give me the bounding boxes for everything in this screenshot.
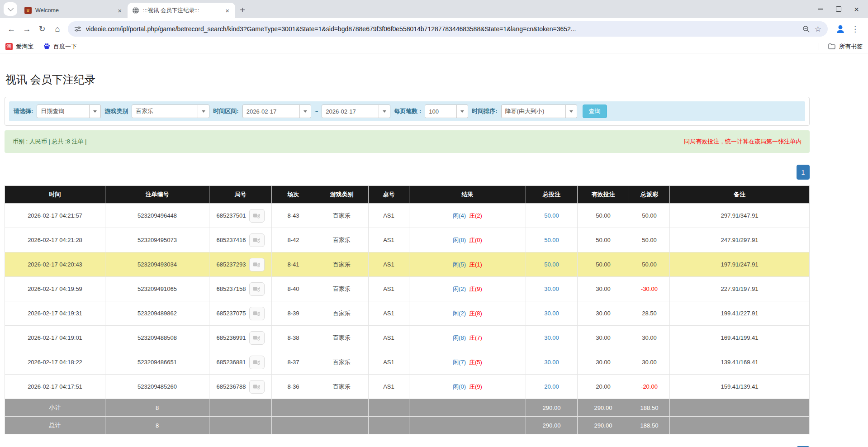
cell-bet-id: 523209488508 (105, 326, 209, 350)
sort-order-select[interactable]: 降幂(由大到小) (501, 105, 577, 118)
per-page-select[interactable]: 100 (425, 105, 468, 118)
bookmark-baidu[interactable]: 百度一下 (43, 43, 77, 51)
total-bet-link[interactable]: 30.00 (544, 285, 559, 292)
cell-valid-bet: 50.00 (578, 252, 629, 277)
result-banker: 庄(9) (469, 285, 482, 292)
tab-search-button[interactable] (4, 2, 17, 16)
result-banker: 庄(5) (469, 359, 482, 366)
tab-title: Welcome (35, 7, 113, 14)
date-to-picker[interactable]: 2026-02-17 (322, 105, 390, 118)
cell-time: 2026-02-17 04:17:51 (5, 375, 105, 399)
game-type-select[interactable]: 百家乐 (132, 105, 209, 118)
welcome-favicon-icon: ♛ (24, 7, 32, 14)
tab-bet-record[interactable]: :::视讯 会员下注纪录::: × (128, 3, 235, 18)
address-bar[interactable]: videoie.com/ipl/portal.php/game/betrecor… (68, 21, 828, 37)
cell-total-bet: 20.00 (526, 375, 578, 399)
column-header: 桌号 (369, 186, 409, 204)
cell-remark: 159.41/139.41 (670, 375, 810, 399)
totals-payout: 188.50 (629, 417, 670, 434)
video-replay-button[interactable] (249, 233, 265, 247)
close-window-button[interactable]: × (854, 5, 859, 14)
total-bet-link[interactable]: 50.00 (544, 212, 559, 219)
tab-title: :::视讯 会员下注纪录::: (143, 7, 220, 14)
summary-bar: 币别 : 人民币 | 总共 :8 注单 | 同局有效投注，统一计算在该局第一张注… (5, 130, 810, 153)
cell-empty (315, 399, 369, 417)
table-row: 2026-02-17 04:19:01523209488508685236991… (5, 326, 810, 350)
result-player: 闲(8) (453, 334, 466, 341)
currency-summary-text: 币别 : 人民币 | 总共 :8 注单 | (13, 138, 87, 146)
home-button[interactable]: ⌂ (50, 21, 65, 37)
cell-result: 闲(2)庄(9) (409, 277, 526, 301)
table-row: 2026-02-17 04:19:31523209489862685237075… (5, 301, 810, 326)
forward-button[interactable]: → (19, 21, 34, 37)
table-row: 2026-02-17 04:19:59523209491065685237158… (5, 277, 810, 301)
column-header: 有效投注 (578, 186, 629, 204)
cell-remark: 197.91/247.91 (670, 252, 810, 277)
cell-total-bet: 30.00 (526, 301, 578, 326)
browser-menu-icon[interactable]: ⋮ (849, 24, 864, 34)
dropdown-arrow-icon (198, 105, 209, 118)
video-replay-button[interactable] (249, 282, 265, 296)
video-replay-button[interactable] (249, 356, 265, 369)
total-bet-link[interactable]: 20.00 (544, 383, 559, 390)
cell-total-bet: 50.00 (526, 228, 578, 252)
cell-payout: 50.00 (629, 228, 670, 252)
total-bet-link[interactable]: 30.00 (544, 334, 559, 341)
totals-valid-bet: 290.00 (578, 417, 629, 434)
bookmark-taobao[interactable]: 淘 爱淘宝 (5, 43, 33, 51)
subtotal-row: 小计8290.00290.00188.50 (5, 399, 810, 417)
video-replay-button[interactable] (249, 331, 265, 345)
per-page-label: 每页笔数 : (394, 107, 421, 115)
maximize-button[interactable] (836, 6, 841, 12)
video-replay-button[interactable] (249, 307, 265, 320)
reload-button[interactable]: ↻ (34, 21, 50, 37)
round-number: 685236788 (216, 383, 246, 390)
totals-label: 小计 (5, 399, 105, 417)
select-type-label: 请选择: (14, 107, 33, 115)
new-tab-button[interactable]: + (240, 5, 245, 14)
video-replay-button[interactable] (249, 380, 265, 394)
cell-remark: 169.41/199.41 (670, 326, 810, 350)
table-row: 2026-02-17 04:17:51523209485260685236788… (5, 375, 810, 399)
cell-time: 2026-02-17 04:21:57 (5, 204, 105, 228)
bookmark-star-icon[interactable]: ☆ (815, 24, 821, 34)
cell-round: 685237158 (209, 277, 272, 301)
cell-result: 闲(2)庄(8) (409, 301, 526, 326)
cell-empty (409, 417, 526, 434)
column-header: 总投注 (526, 186, 578, 204)
cell-empty (315, 417, 369, 434)
bookmark-label: 爱淘宝 (16, 43, 33, 51)
zoom-indicator-icon[interactable] (802, 25, 810, 33)
cell-table-no: AS1 (369, 375, 409, 399)
close-tab-icon[interactable]: × (116, 7, 123, 14)
total-bet-link[interactable]: 30.00 (544, 310, 559, 317)
search-button[interactable]: 查询 (583, 105, 607, 118)
date-from-picker[interactable]: 2026-02-17 (242, 105, 311, 118)
back-button[interactable]: ← (4, 21, 19, 37)
total-bet-link[interactable]: 50.00 (544, 237, 559, 243)
result-player: 闲(5) (453, 261, 466, 268)
total-bet-link[interactable]: 30.00 (544, 359, 559, 366)
chevron-down-icon (8, 5, 14, 11)
close-tab-icon[interactable]: × (224, 7, 231, 14)
cell-time: 2026-02-17 04:20:43 (5, 252, 105, 277)
cell-session: 8-36 (272, 375, 315, 399)
bet-records-table: 时间注单编号局号场次游戏类别桌号结果总投注有效投注总派彩备注 2026-02-1… (5, 185, 810, 434)
profile-avatar[interactable] (835, 24, 846, 34)
page-number-button[interactable]: 1 (797, 165, 810, 180)
query-type-select[interactable]: 日期查询 (37, 105, 101, 118)
column-header: 结果 (409, 186, 526, 204)
all-bookmarks-button[interactable]: 所有书签 (819, 43, 863, 51)
cell-game-type: 百家乐 (315, 301, 369, 326)
total-bet-link[interactable]: 50.00 (544, 261, 559, 268)
tab-welcome[interactable]: ♛ Welcome × (20, 3, 128, 18)
cell-round: 685236991 (209, 326, 272, 350)
cell-game-type: 百家乐 (315, 326, 369, 350)
video-replay-button[interactable] (249, 209, 265, 223)
cell-payout: 30.00 (629, 350, 670, 375)
minimize-button[interactable] (818, 9, 823, 10)
site-settings-icon[interactable] (74, 25, 81, 33)
cell-bet-id: 523209489862 (105, 301, 209, 326)
video-replay-button[interactable] (249, 258, 265, 271)
result-banker: 庄(8) (469, 310, 482, 317)
